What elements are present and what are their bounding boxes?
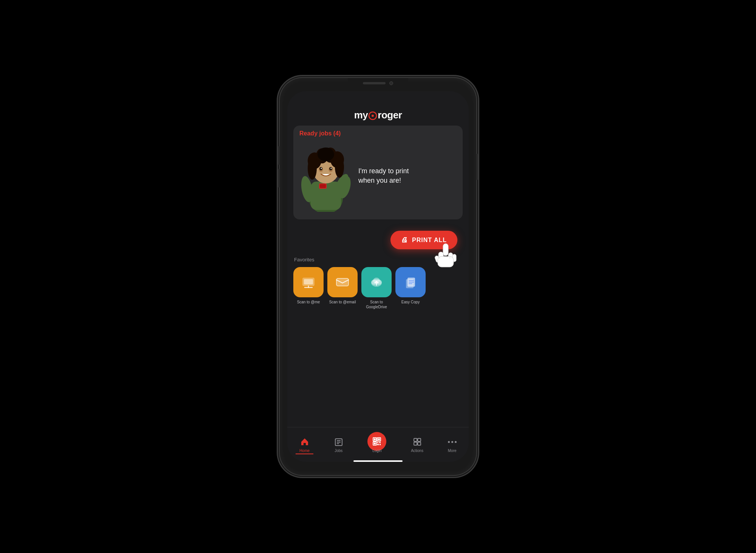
favorites-label: Favorites [293,257,463,263]
svg-rect-58 [377,444,379,445]
svg-rect-61 [418,438,421,441]
scan-to-email-icon-box [327,267,358,297]
svg-rect-23 [320,184,326,188]
ready-message: I'm ready to print when you are! [358,166,409,185]
nav-item-more[interactable]: More [444,435,460,454]
svg-rect-55 [374,443,376,444]
home-icon [300,436,309,447]
svg-point-14 [308,157,317,180]
status-bar [287,91,469,106]
print-all-button[interactable]: 🖨 PRINT ALL [390,231,457,249]
home-active-indicator [296,454,313,454]
volume-up-button [278,146,280,165]
logo-q [368,109,378,121]
ready-jobs-title: Ready jobs (4) [299,130,341,137]
main-content: 🖨 PRINT ALL [287,223,469,427]
speaker-grille [363,82,386,84]
svg-rect-54 [378,438,380,440]
scan-to-drive-icon-box [361,267,392,297]
svg-rect-56 [377,442,378,443]
nav-item-login[interactable]: Login [364,430,390,454]
favorite-scan-to-drive[interactable]: Scan toGoogleDrive [361,267,392,309]
login-circle-button [367,432,386,451]
favorite-scan-to-email[interactable]: Scan to @email [327,267,358,309]
easy-copy-label: Easy Copy [401,300,420,304]
print-all-section: 🖨 PRINT ALL [287,223,469,253]
logo-my: my [354,109,368,121]
logo-roger: roger [378,109,402,121]
svg-point-20 [321,168,322,169]
nav-items-container: Home Jobs [287,430,469,454]
ready-jobs-header: Ready jobs (4) [293,126,463,140]
svg-rect-34 [304,279,313,284]
scan-to-email-label: Scan to @email [329,300,356,304]
dot-1 [448,441,450,443]
scan-to-me-icon-box [293,267,324,297]
svg-rect-57 [379,442,381,443]
app-header: my roger [287,106,469,126]
svg-rect-60 [414,438,417,441]
mascot-illustration [299,140,352,212]
phone-screen: my roger Ready jobs (4) [287,91,469,462]
ready-text: I'm ready to print when you are! [358,167,409,184]
login-label: Login [372,449,381,453]
svg-point-15 [335,157,344,178]
actions-icon [413,436,422,447]
ready-jobs-content: I'm ready to print when you are! [293,140,463,219]
scan-to-drive-label: Scan toGoogleDrive [366,300,387,309]
actions-label: Actions [411,449,423,453]
volume-down-button [278,169,280,188]
favorite-easy-copy[interactable]: Easy Copy [395,267,426,309]
printer-icon: 🖨 [401,236,408,244]
scan-to-me-label: Scan to @me [297,300,320,304]
nav-item-jobs[interactable]: Jobs [330,435,347,454]
nav-item-actions[interactable]: Actions [407,435,427,454]
svg-rect-63 [418,442,421,445]
more-label: More [448,449,457,453]
jobs-icon [334,436,343,447]
dot-3 [455,441,457,443]
svg-point-21 [331,168,332,169]
favorites-grid: Scan to @me Scan to @email [293,267,463,309]
three-dots-icon [448,441,457,443]
svg-rect-59 [380,444,381,445]
favorite-scan-to-me[interactable]: Scan to @me [293,267,324,309]
home-label: Home [299,449,310,453]
nav-item-home[interactable]: Home [296,435,313,454]
svg-rect-35 [336,278,349,286]
dot-2 [451,441,453,443]
phone-frame: my roger Ready jobs (4) [280,78,476,475]
ready-jobs-card: Ready jobs (4) [293,126,463,219]
svg-rect-62 [414,442,417,445]
more-icon [448,436,457,447]
power-button [476,154,478,180]
front-camera [389,81,393,85]
jobs-label: Jobs [335,449,342,453]
phone-notch [348,78,408,89]
svg-point-13 [318,148,334,161]
svg-rect-53 [374,438,376,440]
easy-copy-icon-box [395,267,426,297]
print-all-label: PRINT ALL [412,237,447,244]
favorites-section: Favorites Scan to @me [287,253,469,315]
bottom-navigation: Home Jobs [287,427,469,462]
svg-point-1 [372,115,374,117]
